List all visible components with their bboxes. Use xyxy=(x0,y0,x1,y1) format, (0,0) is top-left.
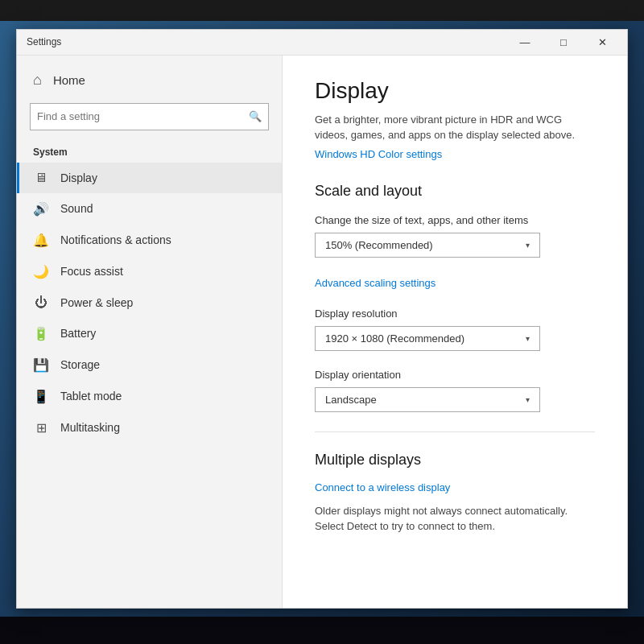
maximize-button[interactable]: □ xyxy=(545,29,582,55)
connect-wireless-link[interactable]: Connect to a wireless display xyxy=(315,481,450,493)
orientation-label: Display orientation xyxy=(315,369,595,381)
multiple-displays-info: Older displays might not always connect … xyxy=(315,503,595,535)
search-icon: 🔍 xyxy=(249,110,262,122)
window-container: Settings — □ ✕ ⌂ Home 🔍 System xyxy=(0,21,644,617)
sidebar-label-focus: Focus assist xyxy=(60,265,123,278)
resolution-value: 1920 × 1080 (Recommended) xyxy=(325,332,464,345)
section-divider xyxy=(315,431,595,432)
settings-window: Settings — □ ✕ ⌂ Home 🔍 System xyxy=(16,29,628,609)
title-bar-controls: — □ ✕ xyxy=(506,29,621,55)
close-button[interactable]: ✕ xyxy=(584,29,621,55)
sidebar-label-storage: Storage xyxy=(60,358,100,371)
page-title: Display xyxy=(315,78,595,104)
sidebar-section-title: System xyxy=(17,137,282,163)
scale-layout-title: Scale and layout xyxy=(315,183,595,200)
resolution-dropdown[interactable]: 1920 × 1080 (Recommended) ▾ xyxy=(315,326,540,351)
sidebar-item-focus[interactable]: 🌙 Focus assist xyxy=(17,256,282,287)
sidebar-label-display: Display xyxy=(60,171,97,184)
scaling-dropdown[interactable]: 150% (Recommended) ▾ xyxy=(315,233,540,258)
home-label: Home xyxy=(53,73,85,87)
scaling-dropdown-arrow: ▾ xyxy=(526,241,530,250)
multiple-displays-title: Multiple displays xyxy=(315,452,595,469)
search-box[interactable]: 🔍 xyxy=(30,103,269,130)
storage-icon: 💾 xyxy=(33,357,49,373)
home-icon: ⌂ xyxy=(33,72,42,89)
orientation-value: Landscape xyxy=(325,394,377,406)
resolution-group: Display resolution 1920 × 1080 (Recommen… xyxy=(315,308,595,351)
sidebar-item-sound[interactable]: 🔊 Sound xyxy=(17,193,282,225)
sidebar: ⌂ Home 🔍 System 🖥 Display 🔊 Sound xyxy=(17,56,283,608)
sidebar-item-notifications[interactable]: 🔔 Notifications & actions xyxy=(17,225,282,256)
sidebar-home-button[interactable]: ⌂ Home xyxy=(17,64,282,97)
window-title: Settings xyxy=(23,36,61,47)
resolution-dropdown-arrow: ▾ xyxy=(526,334,530,343)
tablet-icon: 📱 xyxy=(33,389,49,404)
search-input[interactable] xyxy=(37,110,249,122)
multitasking-icon: ⊞ xyxy=(33,420,49,436)
sidebar-item-power[interactable]: ⏻ Power & sleep xyxy=(17,287,282,318)
hdr-link[interactable]: Windows HD Color settings xyxy=(315,148,442,160)
orientation-dropdown-arrow: ▾ xyxy=(526,395,530,404)
focus-icon: 🌙 xyxy=(33,264,49,279)
scaling-group: Change the size of text, apps, and other… xyxy=(315,214,595,290)
title-bar: Settings — □ ✕ xyxy=(17,30,627,56)
sidebar-item-display[interactable]: 🖥 Display xyxy=(17,163,282,193)
sidebar-item-battery[interactable]: 🔋 Battery xyxy=(17,318,282,349)
scaling-value: 150% (Recommended) xyxy=(325,239,433,251)
orientation-dropdown[interactable]: Landscape ▾ xyxy=(315,387,540,412)
orientation-group: Display orientation Landscape ▾ xyxy=(315,369,595,412)
sidebar-label-sound: Sound xyxy=(60,202,93,215)
sidebar-label-tablet: Tablet mode xyxy=(60,390,122,402)
scaling-label: Change the size of text, apps, and other… xyxy=(315,214,595,226)
resolution-label: Display resolution xyxy=(315,308,595,320)
sidebar-item-multitasking[interactable]: ⊞ Multitasking xyxy=(17,412,282,444)
sound-icon: 🔊 xyxy=(33,201,49,217)
sidebar-item-tablet[interactable]: 📱 Tablet mode xyxy=(17,381,282,412)
page-description: Get a brighter, more vibrant picture in … xyxy=(315,112,595,143)
sidebar-label-multitasking: Multitasking xyxy=(60,421,120,434)
top-taskbar xyxy=(0,0,644,21)
sidebar-item-storage[interactable]: 💾 Storage xyxy=(17,349,282,381)
battery-icon: 🔋 xyxy=(33,326,49,341)
sidebar-label-power: Power & sleep xyxy=(60,296,133,309)
power-icon: ⏻ xyxy=(33,295,49,310)
notifications-icon: 🔔 xyxy=(33,233,49,248)
advanced-scaling-link[interactable]: Advanced scaling settings xyxy=(315,277,436,289)
main-content: Display Get a brighter, more vibrant pic… xyxy=(283,56,627,608)
window-body: ⌂ Home 🔍 System 🖥 Display 🔊 Sound xyxy=(17,56,627,608)
display-icon: 🖥 xyxy=(33,171,49,185)
minimize-button[interactable]: — xyxy=(506,29,543,55)
bottom-taskbar xyxy=(0,617,644,644)
sidebar-label-battery: Battery xyxy=(60,327,96,340)
sidebar-label-notifications: Notifications & actions xyxy=(60,233,171,246)
